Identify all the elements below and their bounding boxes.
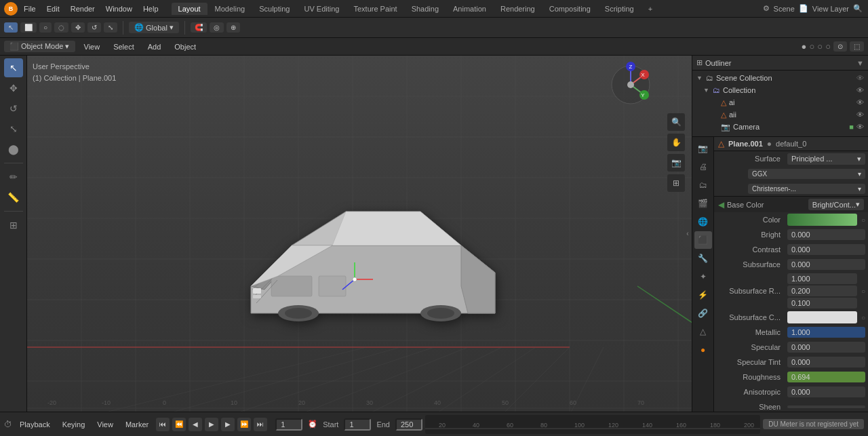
select-tool-btn[interactable]: ↖ xyxy=(4,22,18,33)
ai-eye[interactable]: 👁 xyxy=(856,98,864,106)
menu-file[interactable]: File xyxy=(19,3,41,14)
marker-menu[interactable]: Marker xyxy=(121,419,153,430)
search-icon[interactable]: 🔍 xyxy=(853,4,863,13)
material-name-label[interactable]: default_0 xyxy=(776,140,806,148)
tree-item-camera[interactable]: ▶ 📷 Camera ■ 👁 xyxy=(692,121,868,133)
viewport-shading-rendered[interactable]: ○ xyxy=(817,41,823,52)
bright-input[interactable]: 0.000 xyxy=(787,229,865,240)
panel-collapse-handle[interactable]: ‹ xyxy=(684,220,692,247)
playback-menu[interactable]: Playback xyxy=(15,419,55,430)
view-menu[interactable]: View xyxy=(79,41,105,52)
prev-keyframe-btn[interactable]: ⏪ xyxy=(172,418,186,431)
filter-icon[interactable]: ▼ xyxy=(856,59,864,67)
aii-eye[interactable]: 👁 xyxy=(856,111,864,119)
props-icon-data[interactable]: △ xyxy=(694,323,712,340)
tab-layout[interactable]: Layout xyxy=(172,3,208,15)
tree-scene-collection[interactable]: ▼ 🗂 Scene Collection 👁 xyxy=(692,72,868,84)
props-icon-constraints[interactable]: 🔗 xyxy=(694,304,712,322)
viewport-shading-solid[interactable]: ● xyxy=(802,41,807,52)
sheen-input[interactable] xyxy=(787,405,865,408)
metallic-input[interactable]: 1.000 xyxy=(787,327,865,338)
blender-logo[interactable]: B xyxy=(4,2,18,16)
viewport-overlay-btn[interactable]: ⊙ xyxy=(833,41,847,52)
anisotropic-input[interactable]: 0.000 xyxy=(787,387,865,397)
roughness-input[interactable]: 0.694 xyxy=(787,372,865,382)
object-name-label[interactable]: Plane.001 xyxy=(728,140,763,148)
circle-select-btn[interactable]: ○ xyxy=(39,22,52,33)
timeline-ruler[interactable]: 20 40 60 80 100 120 140 160 180 200 220 … xyxy=(425,415,760,434)
scale-btn[interactable]: ⤡ xyxy=(104,22,117,33)
tree-collection[interactable]: ▼ 🗂 Collection 👁 xyxy=(692,84,868,96)
grid-view-btn[interactable]: ⊞ xyxy=(667,174,685,192)
menu-help[interactable]: Help xyxy=(138,3,163,14)
view-menu[interactable]: View xyxy=(92,419,118,430)
scale-tool[interactable]: ⤡ xyxy=(4,119,23,138)
mode-dropdown[interactable]: ⬛ Object Mode ▾ xyxy=(4,41,75,52)
view-layer-name[interactable]: View Layer xyxy=(812,5,849,13)
props-icon-material[interactable]: ● xyxy=(694,341,712,359)
tab-animation[interactable]: Animation xyxy=(446,3,493,15)
current-frame-input[interactable] xyxy=(275,418,302,431)
zoom-btn[interactable]: 🔍 xyxy=(667,113,685,131)
snapping-btn[interactable]: 🧲 xyxy=(191,22,207,33)
base-color-section[interactable]: ◀ Base Color Bright/Cont... ▾ xyxy=(714,196,868,212)
contrast-input[interactable]: 0.000 xyxy=(787,244,865,255)
tree-item-aii[interactable]: ▶ △ aii 👁 xyxy=(692,108,868,121)
add-primitive-tool[interactable]: ⊞ xyxy=(4,216,23,235)
rotate-tool[interactable]: ↺ xyxy=(4,99,23,118)
box-select-btn[interactable]: ⬜ xyxy=(20,22,37,33)
props-icon-scene[interactable]: 🎬 xyxy=(694,195,712,212)
tab-texture-paint[interactable]: Texture Paint xyxy=(347,3,403,15)
move-tool[interactable]: ✥ xyxy=(4,79,23,98)
specular-tint-input[interactable]: 0.000 xyxy=(787,357,865,368)
viewport-shading-material[interactable]: ○ xyxy=(809,41,814,52)
transform-global-dropdown[interactable]: 🌐 Global ▾ xyxy=(129,22,179,33)
select-menu[interactable]: Select xyxy=(108,41,139,52)
annotate-tool[interactable]: ✏ xyxy=(4,167,23,186)
tab-add[interactable]: + xyxy=(642,3,659,15)
tab-shading[interactable]: Shading xyxy=(405,3,446,15)
ggx-dropdown[interactable]: GGX ▾ xyxy=(748,169,865,179)
props-icon-view-layer[interactable]: 🗂 xyxy=(694,176,712,194)
surface-value-dropdown[interactable]: Principled ... ▾ xyxy=(787,153,865,165)
lasso-btn[interactable]: ◌ xyxy=(54,22,68,33)
props-icon-output[interactable]: 🖨 xyxy=(694,158,712,176)
props-icon-physics[interactable]: ⚡ xyxy=(694,286,712,304)
jump-start-btn[interactable]: ⏮ xyxy=(156,418,170,431)
tab-compositing[interactable]: Compositing xyxy=(542,3,597,15)
cursor-tool[interactable]: ↖ xyxy=(4,58,23,77)
camera-view-btn[interactable]: 📷 xyxy=(667,154,685,172)
object-menu[interactable]: Object xyxy=(170,41,201,52)
scene-name[interactable]: Scene xyxy=(774,5,795,13)
transform-tool[interactable]: ⬤ xyxy=(4,140,23,159)
tab-scripting[interactable]: Scripting xyxy=(598,3,641,15)
subsurface-r-input1[interactable]: 1.000 xyxy=(787,273,857,284)
play-btn[interactable]: ▶ xyxy=(205,418,218,431)
menu-edit[interactable]: Edit xyxy=(42,3,64,14)
subsurface-r-input2[interactable]: 0.200 xyxy=(787,285,857,296)
add-menu[interactable]: Add xyxy=(143,41,166,52)
keying-menu[interactable]: Keying xyxy=(58,419,90,430)
tab-sculpting[interactable]: Sculpting xyxy=(252,3,296,15)
move-btn[interactable]: ✥ xyxy=(71,22,85,33)
tree-item-ai[interactable]: ▶ △ ai 👁 xyxy=(692,96,868,108)
props-icon-particles[interactable]: ✦ xyxy=(694,268,712,285)
menu-render[interactable]: Render xyxy=(66,3,100,14)
subsurface-r-input3[interactable]: 0.100 xyxy=(787,298,857,309)
jump-end-btn[interactable]: ⏭ xyxy=(254,418,267,431)
camera-eye[interactable]: 👁 xyxy=(856,123,864,131)
pivot-btn[interactable]: ⊕ xyxy=(226,22,240,33)
subsurface-c-swatch[interactable] xyxy=(787,311,857,323)
collection-eye[interactable]: 👁 xyxy=(856,86,864,94)
step-back-btn[interactable]: ◀ xyxy=(189,418,202,431)
viewport-3d[interactable]: -20 -10 0 10 20 30 40 50 60 70 xyxy=(27,56,692,412)
viewport-shading-wireframe[interactable]: ○ xyxy=(825,41,831,52)
props-icon-modifier[interactable]: 🔧 xyxy=(694,250,712,267)
tab-uv-editing[interactable]: UV Editing xyxy=(297,3,346,15)
tab-rendering[interactable]: Rendering xyxy=(494,3,542,15)
menu-window[interactable]: Window xyxy=(101,3,137,14)
specular-input[interactable]: 0.000 xyxy=(787,342,865,353)
hand-btn[interactable]: ✋ xyxy=(667,134,685,151)
christensen-dropdown[interactable]: Christensen-... ▾ xyxy=(748,184,865,194)
start-frame-input[interactable] xyxy=(344,418,371,431)
